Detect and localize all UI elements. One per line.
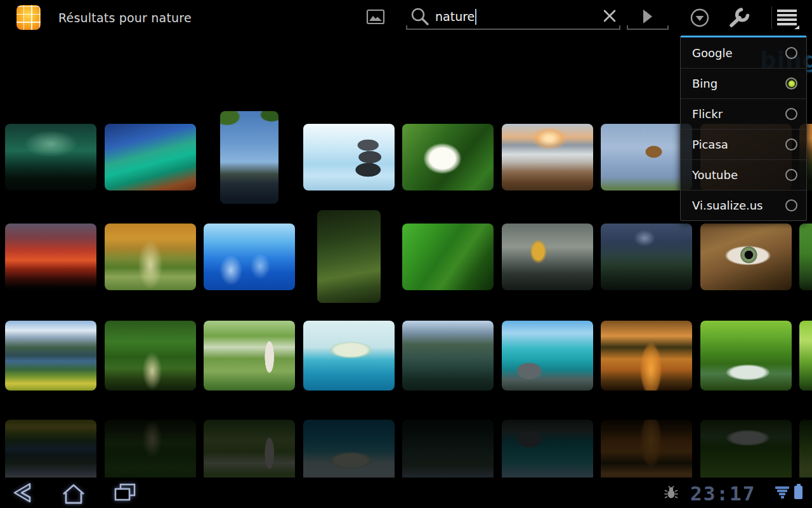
thumbnail-blue-ice-formations[interactable] <box>204 224 295 290</box>
page-title: Résultats pour nature <box>58 0 192 36</box>
thumbnail-rainy-night-courtyard[interactable] <box>601 224 692 290</box>
thumbnail-wading-bird[interactable] <box>601 124 692 190</box>
menu-item-flickr[interactable]: Flickr <box>681 98 806 129</box>
system-bar: 23:17 <box>0 478 812 508</box>
thumbnail-lightning-storm-city[interactable] <box>5 124 96 190</box>
search-input[interactable]: nature <box>435 10 475 23</box>
menu-item-bing[interactable]: Bing <box>681 68 806 98</box>
menu-item-label: Vi.sualize.us <box>692 199 785 212</box>
thumbnail-withered-yellow-flower[interactable] <box>502 224 593 290</box>
text-cursor <box>475 9 476 25</box>
back-icon <box>9 480 37 505</box>
app-icon[interactable] <box>16 5 41 30</box>
radio-icon[interactable] <box>785 199 797 211</box>
thumbnail-autumn-tree-avenue[interactable] <box>105 224 196 290</box>
recent-apps-button[interactable] <box>110 480 138 507</box>
thumbnail-green-eye-closeup[interactable] <box>700 224 792 290</box>
battery-icon <box>794 486 802 499</box>
radio-icon[interactable] <box>785 169 797 181</box>
play-arrow-icon <box>642 9 653 24</box>
download-circle-icon <box>689 7 710 29</box>
signal-strength-icon <box>775 486 789 500</box>
home-button[interactable] <box>60 480 88 507</box>
adb-bug-icon <box>664 486 679 500</box>
wrench-icon <box>727 6 752 29</box>
thumbnail-garden-with-sculpture[interactable] <box>204 321 295 391</box>
menu-item-label: Google <box>692 46 785 60</box>
clear-search-icon[interactable] <box>601 8 618 25</box>
menu-button[interactable] <box>775 8 801 29</box>
radio-icon[interactable] <box>785 108 797 120</box>
menu-item-label: Picasa <box>692 138 785 151</box>
thumbnail-grass-meadow-edge[interactable] <box>799 224 812 290</box>
menu-item-label: Youtube <box>692 168 785 182</box>
thumbnail-bright-foliage-edge[interactable] <box>799 321 812 391</box>
menu-item-label: Bing <box>692 77 785 90</box>
thumbnail-glowing-forest-road[interactable] <box>601 321 692 391</box>
thumbnail-jungle-boardwalk[interactable] <box>105 321 196 391</box>
submit-search-button[interactable] <box>627 4 669 30</box>
menu-item-google[interactable]: Google <box>681 37 806 68</box>
toolbar-divider <box>771 6 772 29</box>
back-button[interactable] <box>9 480 37 507</box>
screen: bing Résultats pour nature nature <box>0 0 812 508</box>
search-icon <box>409 6 431 28</box>
thumbnail-ocean-pier[interactable] <box>105 124 196 190</box>
thumbnail-zen-stacked-stones[interactable] <box>303 124 395 190</box>
thumbnail-forest-stream[interactable] <box>700 321 792 391</box>
radio-selected-icon[interactable] <box>785 77 797 90</box>
menu-item-picasa[interactable]: Picasa <box>681 129 806 159</box>
menu-item-label: Flickr <box>692 107 785 121</box>
thumbnail-white-lily[interactable] <box>402 124 494 190</box>
thumbnail-misty-lake-tree[interactable] <box>220 111 278 204</box>
thumbnail-green-rice-terraces[interactable] <box>402 224 494 290</box>
menu-item-vi-sualize-us[interactable]: Vi.sualize.us <box>681 190 806 220</box>
menu-item-youtube[interactable]: Youtube <box>681 159 806 190</box>
radio-icon[interactable] <box>785 138 797 150</box>
thumbnail-alpine-lake-mirror[interactable] <box>402 321 494 391</box>
settings-button[interactable] <box>727 6 752 29</box>
radio-icon[interactable] <box>785 47 797 59</box>
thumbnail-beach-sunset-wave[interactable] <box>502 124 593 190</box>
status-clock[interactable]: 23:17 <box>690 482 754 505</box>
download-button[interactable] <box>689 7 710 29</box>
home-icon <box>60 480 88 505</box>
thumbnail-crimson-sunset-clouds[interactable] <box>5 224 96 290</box>
thumbnail-floating-eco-building[interactable] <box>303 321 395 391</box>
menu-lines-icon <box>775 8 801 30</box>
gallery-view-button[interactable] <box>365 9 386 27</box>
picture-icon <box>366 9 385 25</box>
thumbnail-dark-forest-trail[interactable] <box>317 210 381 303</box>
thumbnail-turquoise-rocky-shore[interactable] <box>502 321 593 391</box>
search-box[interactable]: nature <box>406 4 620 30</box>
thumbnail-snow-mountain-meadow[interactable] <box>5 321 96 391</box>
top-action-bar: Résultats pour nature nature <box>0 0 812 36</box>
search-source-menu: GoogleBingFlickrPicasaYoutubeVi.sualize.… <box>680 36 807 221</box>
recents-icon <box>110 480 138 505</box>
